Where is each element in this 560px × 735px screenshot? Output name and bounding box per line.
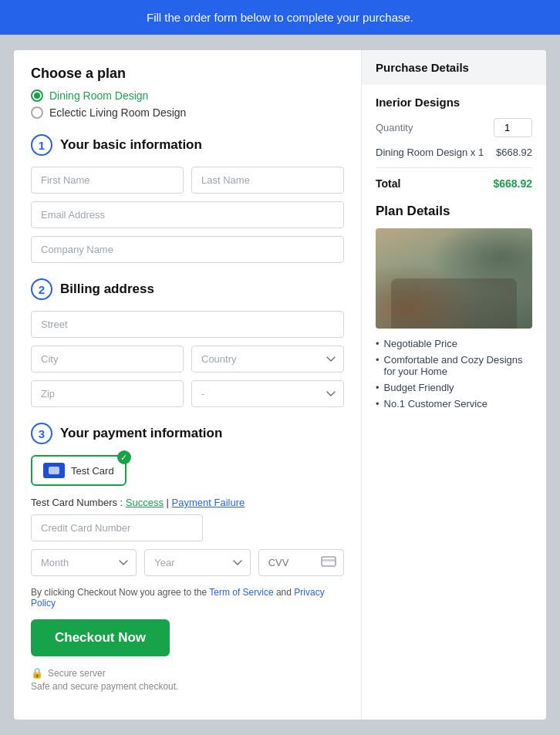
quantity-row: Quantity: [376, 118, 532, 137]
year-select[interactable]: Year 2024 2025 2026: [144, 549, 250, 576]
secure-info: 🔒 Secure server Safe and secure payment …: [31, 667, 344, 692]
section-1-number: 1: [31, 134, 52, 156]
section-3-title: Your payment information: [60, 426, 222, 441]
section-2-number: 2: [31, 278, 52, 300]
total-label: Total: [376, 177, 400, 190]
item-price: $668.92: [496, 147, 532, 158]
checkout-button[interactable]: Checkout Now: [31, 619, 170, 656]
test-card-label: Test Card: [71, 465, 114, 477]
company-row: [31, 236, 344, 263]
zip-state-row: - CA NY: [31, 380, 344, 407]
section-2-header: 2 Billing address: [31, 278, 344, 300]
purchase-section: Inerior Designs Quantity Dining Room Des…: [362, 96, 546, 190]
plan-dining-label: Dining Room Design: [49, 89, 148, 102]
card-options: Test Card ✓: [31, 455, 344, 486]
choose-plan-title: Choose a plan: [31, 66, 344, 82]
plan-option-eclectic[interactable]: Eclectic Living Room Design: [31, 106, 344, 119]
street-input[interactable]: [31, 311, 344, 338]
item-name: Dining Room Design x 1: [376, 147, 484, 158]
feature-3: No.1 Customer Service: [376, 398, 532, 410]
zip-input[interactable]: [31, 380, 184, 407]
city-country-row: Country United States United Kingdom: [31, 346, 344, 373]
first-name-input[interactable]: [31, 167, 184, 194]
month-select[interactable]: Month 01 02 03 12: [31, 549, 137, 576]
total-row: Total $668.92: [376, 177, 532, 190]
state-select[interactable]: - CA NY: [191, 380, 344, 407]
tos-link[interactable]: Term of Service: [209, 587, 273, 598]
lock-icon: 🔒: [31, 667, 43, 679]
right-panel: Purchase Details Inerior Designs Quantit…: [361, 50, 546, 720]
feature-0: Negotiable Price: [376, 338, 532, 349]
quantity-input[interactable]: [494, 118, 532, 137]
terms-text: By clicking Checkout Now you agree to th…: [31, 587, 344, 609]
feature-1: Comfortable and Cozy Designs for your Ho…: [376, 354, 532, 377]
radio-eclectic[interactable]: [31, 106, 43, 119]
credit-card-input[interactable]: [31, 514, 203, 541]
total-price: $668.92: [493, 177, 532, 190]
secure-server-row: 🔒 Secure server: [31, 667, 344, 679]
purchase-details-header: Purchase Details: [362, 50, 546, 85]
terms-prefix: By clicking Checkout Now you agree to th…: [31, 587, 209, 598]
plan-details-title: Plan Details: [362, 204, 546, 219]
company-input[interactable]: [31, 236, 344, 263]
plan-image-inner: [376, 228, 532, 329]
section-3-number: 3: [31, 423, 52, 444]
terms-middle: and: [276, 587, 294, 598]
plan-eclectic-label: Eclectic Living Room Design: [49, 106, 186, 119]
secure-server-text: Secure server: [48, 668, 106, 679]
test-numbers-prefix: Test Card Numbers :: [31, 497, 126, 508]
credit-card-row: [31, 514, 344, 541]
name-row: [31, 167, 344, 194]
city-input[interactable]: [31, 346, 184, 373]
section-3-header: 3 Your payment information: [31, 423, 344, 444]
left-panel: Choose a plan Dining Room Design Eclecti…: [14, 50, 361, 720]
secure-tagline-text: Safe and secure payment checkout.: [31, 681, 178, 692]
email-input[interactable]: [31, 201, 344, 228]
quantity-label: Quantity: [376, 122, 413, 133]
email-row: [31, 201, 344, 228]
item-row: Dining Room Design x 1 $668.92: [376, 147, 532, 168]
month-year-cvv-row: Month 01 02 03 12 Year 2024 2025 2026: [31, 549, 344, 576]
plan-features: Negotiable Price Comfortable and Cozy De…: [362, 338, 546, 410]
product-section-title: Inerior Designs: [376, 96, 532, 109]
plan-image: [376, 228, 532, 329]
success-link[interactable]: Success: [126, 497, 164, 508]
feature-2: Budget Friendly: [376, 382, 532, 393]
top-banner: Fill the order form below to complete yo…: [0, 0, 560, 35]
street-row: [31, 311, 344, 338]
test-card-numbers-row: Test Card Numbers : Success | Payment Fa…: [31, 497, 344, 508]
test-card-option[interactable]: Test Card ✓: [31, 455, 127, 486]
section-2-title: Billing address: [60, 282, 154, 297]
plan-option-dining[interactable]: Dining Room Design: [31, 89, 344, 102]
cvv-wrapper: [258, 549, 344, 576]
secure-tagline-row: Safe and secure payment checkout.: [31, 681, 344, 692]
separator: |: [167, 497, 172, 508]
card-icon: [43, 463, 65, 478]
last-name-input[interactable]: [191, 167, 344, 194]
banner-text: Fill the order form below to complete yo…: [147, 11, 413, 24]
card-check-badge: ✓: [117, 450, 131, 464]
svg-rect-1: [322, 559, 336, 561]
section-1-title: Your basic information: [60, 137, 202, 153]
country-select[interactable]: Country United States United Kingdom: [191, 346, 344, 373]
radio-dining[interactable]: [31, 89, 43, 102]
cvv-card-icon: [321, 556, 336, 570]
failure-link[interactable]: Payment Failure: [172, 497, 245, 508]
section-1-header: 1 Your basic information: [31, 134, 344, 156]
